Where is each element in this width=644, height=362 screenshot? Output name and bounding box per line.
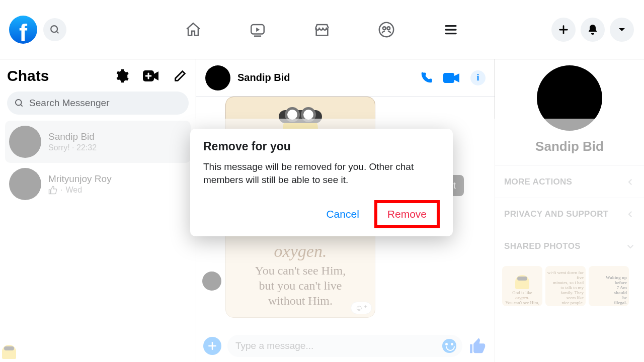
video-call-button[interactable] (443, 72, 460, 84)
create-button[interactable] (551, 18, 576, 42)
nav-center (0, 21, 644, 39)
gear-icon (114, 68, 129, 83)
remove-message-dialog: Remove for you This message will be remo… (190, 129, 453, 236)
info-icon: i (470, 70, 486, 85)
chats-title: Chats (7, 67, 101, 84)
marketplace-icon (313, 21, 331, 38)
notifications-button[interactable] (581, 18, 605, 42)
conversation-info-button[interactable]: i (470, 70, 486, 85)
caret-down-icon (617, 25, 626, 34)
video-plus-icon (142, 69, 159, 82)
global-search-button[interactable] (43, 18, 66, 41)
conversation-header: Sandip Bid i (196, 59, 495, 97)
facebook-logo[interactable] (9, 16, 37, 44)
svg-line-1 (56, 31, 58, 33)
marketplace-tab[interactable] (313, 21, 331, 39)
search-input[interactable]: Search Messenger (7, 92, 189, 115)
dialog-body: This message will be removed for you. Ot… (203, 160, 440, 186)
svg-point-6 (387, 27, 390, 30)
compose-button[interactable] (172, 67, 189, 84)
video-icon (443, 72, 460, 84)
search-icon (49, 24, 60, 35)
svg-point-4 (379, 22, 393, 36)
new-room-button[interactable] (142, 67, 159, 84)
top-nav (0, 0, 644, 59)
svg-line-16 (21, 105, 23, 107)
bell-icon (587, 24, 599, 36)
dialog-title: Remove for you (203, 140, 440, 153)
avatar[interactable] (205, 65, 230, 90)
search-placeholder: Search Messenger (29, 98, 109, 109)
conversation-title[interactable]: Sandip Bid (237, 72, 409, 83)
remove-button[interactable]: Remove (374, 200, 440, 228)
watch-tab[interactable] (249, 21, 267, 39)
cancel-button[interactable]: Cancel (326, 208, 359, 220)
home-icon (185, 21, 202, 38)
hamburger-tab[interactable] (442, 21, 460, 39)
svg-point-15 (16, 100, 22, 106)
svg-point-5 (383, 27, 386, 30)
chats-header: Chats (5, 64, 191, 92)
home-tab[interactable] (184, 21, 202, 39)
nav-right (551, 18, 634, 42)
watch-icon (249, 21, 266, 38)
account-button[interactable] (610, 18, 634, 42)
settings-button[interactable] (113, 67, 130, 84)
menu-icon (443, 22, 458, 37)
phone-icon (419, 71, 433, 85)
compose-icon (173, 69, 187, 83)
search-icon (14, 98, 24, 108)
plus-icon (558, 24, 569, 35)
groups-icon (378, 21, 395, 38)
svg-rect-17 (443, 73, 454, 83)
groups-tab[interactable] (377, 21, 395, 39)
svg-point-0 (51, 26, 57, 32)
dialog-buttons: Cancel Remove (203, 200, 440, 228)
voice-call-button[interactable] (419, 71, 433, 85)
